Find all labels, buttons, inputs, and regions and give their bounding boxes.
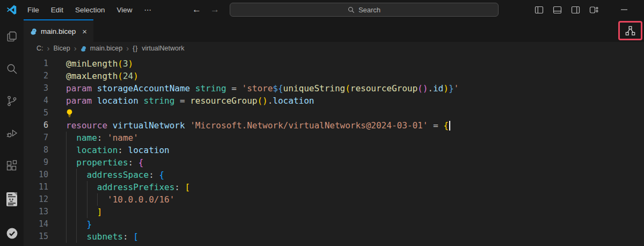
code-token: { bbox=[159, 170, 164, 180]
toggle-primary-sidebar-button[interactable] bbox=[535, 5, 544, 15]
code-line[interactable]: 11addressPrefixes: [ bbox=[24, 181, 644, 193]
code-line[interactable]: 7name: 'name' bbox=[24, 132, 644, 144]
code-line[interactable]: 1@minLength(3) bbox=[24, 57, 644, 70]
code-token: ' bbox=[454, 83, 459, 93]
code-token: { bbox=[443, 120, 449, 131]
line-number: 14 bbox=[24, 218, 48, 230]
indent-guide bbox=[87, 181, 97, 193]
code-line[interactable]: 12'10.0.0.0/16' bbox=[24, 193, 644, 206]
code-line[interactable]: 6resource virtualNetwork 'Microsoft.Netw… bbox=[24, 119, 644, 132]
line-number: 11 bbox=[24, 181, 48, 193]
indent-guide bbox=[66, 169, 76, 181]
code-line[interactable]: 8location: location bbox=[24, 144, 644, 156]
layout-controls bbox=[535, 0, 644, 19]
code-token: : bbox=[123, 231, 133, 242]
text-cursor bbox=[449, 121, 450, 131]
breadcrumb: C: › Bicep › main.bicep › {} virtualNetw… bbox=[24, 42, 644, 55]
search-view-icon[interactable] bbox=[5, 62, 18, 75]
chevron-right-icon: › bbox=[74, 44, 77, 53]
indent-guide bbox=[66, 193, 76, 206]
code-line-content: properties: { bbox=[66, 156, 144, 169]
breadcrumb-drive[interactable]: C: bbox=[36, 45, 43, 52]
line-number: 10 bbox=[24, 169, 48, 181]
command-center-search[interactable]: Search bbox=[230, 3, 499, 17]
code-token: } bbox=[449, 83, 454, 93]
code-line[interactable]: 3param storageAccountName string = 'stor… bbox=[24, 82, 644, 95]
code-token: . bbox=[268, 96, 273, 106]
search-placeholder: Search bbox=[358, 6, 380, 14]
code-token: properties bbox=[76, 157, 128, 168]
tab-main-bicep[interactable]: main.bicep × bbox=[24, 19, 93, 42]
check-circle-icon[interactable] bbox=[5, 227, 19, 240]
vscode-logo bbox=[6, 4, 17, 16]
source-control-icon[interactable] bbox=[5, 95, 18, 107]
activity-bar bbox=[0, 19, 24, 246]
code-token: resourceGroup bbox=[350, 83, 418, 93]
code-line-content: @minLength(3) bbox=[66, 57, 133, 70]
code-token: string bbox=[195, 83, 231, 93]
annotation-highlight-box bbox=[618, 21, 642, 40]
code-token: location bbox=[76, 145, 118, 155]
code-token: : bbox=[128, 157, 138, 168]
code-token: string bbox=[144, 96, 180, 106]
indent-guide bbox=[87, 193, 97, 206]
code-token: 'Microsoft.Network/virtualNetworks@2024-… bbox=[190, 120, 433, 131]
breadcrumb-folder[interactable]: Bicep bbox=[54, 45, 70, 52]
bicep-file-icon bbox=[80, 45, 87, 52]
code-token: param bbox=[66, 83, 97, 93]
code-token: name bbox=[76, 133, 97, 143]
extensions-icon[interactable] bbox=[5, 159, 18, 172]
customize-layout-button[interactable] bbox=[589, 5, 598, 15]
search-icon bbox=[348, 6, 355, 13]
code-line[interactable]: 13] bbox=[24, 206, 644, 218]
explorer-icon[interactable] bbox=[5, 30, 18, 43]
code-token: resourceGroup bbox=[190, 96, 257, 106]
code-line-content: name: 'name' bbox=[66, 132, 138, 144]
menu-view[interactable]: View bbox=[111, 0, 138, 19]
symbol-object-icon: {} bbox=[133, 45, 138, 52]
code-token: () bbox=[418, 83, 428, 93]
breadcrumb-file[interactable]: main.bicep bbox=[90, 45, 122, 52]
minimize-window-button[interactable] bbox=[620, 6, 628, 13]
code-line[interactable]: 5 bbox=[24, 107, 644, 119]
code-token: = bbox=[231, 83, 241, 93]
code-line[interactable]: 4param location string = resourceGroup()… bbox=[24, 95, 644, 107]
menu-more[interactable]: ⋯ bbox=[138, 0, 158, 19]
code-line-content: location: location bbox=[66, 144, 170, 156]
breadcrumb-symbol[interactable]: virtualNetwork bbox=[142, 45, 184, 52]
code-line[interactable]: 2@maxLength(24) bbox=[24, 70, 644, 82]
document-extension-icon[interactable] bbox=[5, 191, 19, 207]
code-token: 'store bbox=[242, 83, 273, 93]
bicep-visualizer-button[interactable] bbox=[625, 25, 636, 37]
menu-edit[interactable]: Edit bbox=[45, 0, 69, 19]
code-line-content: resource virtualNetwork 'Microsoft.Netwo… bbox=[66, 119, 450, 132]
code-line[interactable]: 14} bbox=[24, 218, 644, 230]
tab-bar: main.bicep × bbox=[24, 19, 644, 42]
code-token: id bbox=[433, 83, 443, 93]
code-line[interactable]: 9properties: { bbox=[24, 156, 644, 169]
toggle-secondary-sidebar-button[interactable] bbox=[571, 5, 580, 15]
chevron-right-icon: › bbox=[47, 44, 50, 53]
code-token: @maxLength bbox=[66, 71, 118, 81]
lightbulb-icon[interactable] bbox=[66, 108, 73, 118]
code-line[interactable]: 15subnets: [ bbox=[24, 230, 644, 243]
menu-selection[interactable]: Selection bbox=[69, 0, 111, 19]
code-token: subnets bbox=[87, 231, 123, 242]
code-line[interactable]: 10addressSpace: { bbox=[24, 169, 644, 181]
toggle-panel-button[interactable] bbox=[553, 5, 562, 15]
indent-guide bbox=[66, 156, 76, 169]
code-editor[interactable]: 1@minLength(3)2@maxLength(24)3param stor… bbox=[24, 55, 644, 246]
code-token: ) bbox=[128, 59, 134, 69]
go-back-button[interactable]: ← bbox=[192, 4, 201, 15]
indent-guide bbox=[76, 169, 86, 181]
run-debug-icon[interactable] bbox=[5, 127, 18, 140]
close-icon[interactable]: × bbox=[82, 27, 87, 35]
code-token: ) bbox=[443, 83, 449, 93]
indent-guide bbox=[66, 132, 76, 144]
code-token: '10.0.0.0/16' bbox=[107, 194, 174, 205]
code-line-content: @maxLength(24) bbox=[66, 70, 138, 82]
title-bar: File Edit Selection View ⋯ ← → Search bbox=[0, 0, 644, 19]
code-token: ] bbox=[97, 207, 103, 217]
menu-file[interactable]: File bbox=[21, 0, 45, 19]
go-forward-button[interactable]: → bbox=[210, 4, 219, 15]
